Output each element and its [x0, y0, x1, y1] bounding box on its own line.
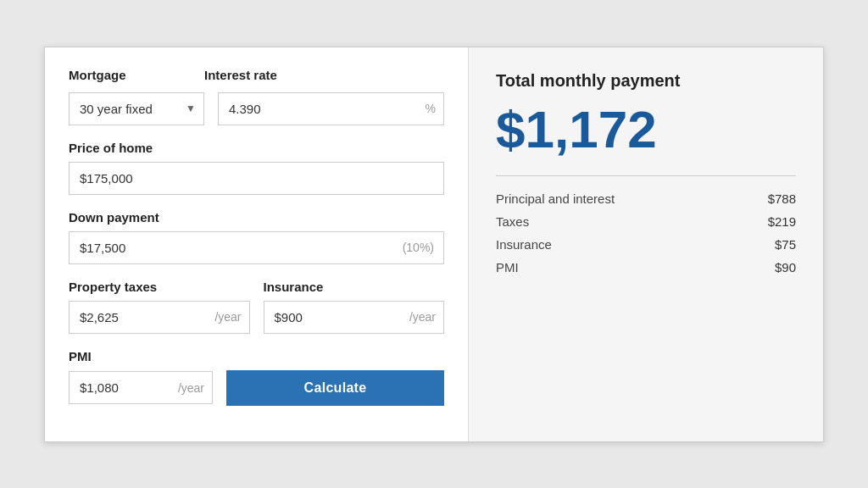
breakdown-value: $788	[768, 191, 796, 206]
breakdown-row: Principal and interest$788	[496, 191, 796, 206]
price-group: Price of home	[69, 141, 444, 195]
breakdown-label: Principal and interest	[496, 191, 615, 206]
taxes-label: Property taxes	[69, 280, 250, 294]
pmi-input-inner: /year	[69, 371, 213, 404]
interest-label: Interest rate	[204, 68, 444, 82]
insurance-label: Insurance	[264, 280, 445, 294]
down-payment-input[interactable]	[69, 231, 444, 264]
insurance-input-wrapper: /year	[264, 301, 445, 334]
down-payment-wrapper: (10%)	[69, 231, 444, 264]
pmi-label: PMI	[69, 349, 444, 363]
pmi-input[interactable]	[69, 371, 213, 404]
pmi-input-wrapper: /year	[69, 371, 213, 404]
insurance-col: Insurance /year	[264, 280, 445, 334]
mortgage-label: Mortgage	[69, 68, 204, 82]
breakdown-value: $90	[775, 260, 796, 274]
breakdown-label: PMI	[496, 260, 519, 274]
divider	[496, 175, 796, 176]
insurance-input[interactable]	[264, 301, 445, 334]
taxes-insurance-group: Property taxes /year Insurance /year	[69, 280, 444, 334]
total-amount: $1,172	[496, 101, 796, 158]
breakdown-row: Taxes$219	[496, 214, 796, 229]
right-panel: Total monthly payment $1,172 Principal a…	[469, 47, 823, 441]
taxes-input[interactable]	[69, 301, 250, 334]
down-payment-label: Down payment	[69, 210, 444, 225]
breakdown-row: Insurance$75	[496, 237, 796, 252]
mortgage-select[interactable]: 30 year fixed 15 year fixed 5/1 ARM	[69, 92, 204, 125]
breakdown-label: Taxes	[496, 214, 529, 229]
breakdown-row: PMI$90	[496, 260, 796, 274]
pmi-group: PMI /year Calculate	[69, 349, 444, 406]
price-input[interactable]	[69, 162, 444, 195]
breakdown-label: Insurance	[496, 237, 552, 252]
down-payment-group: Down payment (10%)	[69, 210, 444, 264]
breakdown-value: $219	[768, 214, 796, 229]
taxes-input-wrapper: /year	[69, 301, 250, 334]
interest-rate-wrapper: %	[218, 92, 444, 125]
interest-rate-input[interactable]	[218, 92, 444, 125]
calculator-container: Mortgage Interest rate 30 year fixed 15 …	[44, 47, 824, 442]
mortgage-interest-group: Mortgage Interest rate 30 year fixed 15 …	[69, 68, 444, 125]
pmi-calculate-row: /year Calculate	[69, 370, 444, 406]
breakdown-list: Principal and interest$788Taxes$219Insur…	[496, 191, 796, 274]
total-label: Total monthly payment	[496, 71, 796, 91]
mortgage-select-wrapper: 30 year fixed 15 year fixed 5/1 ARM ▼	[69, 92, 204, 125]
breakdown-value: $75	[775, 237, 796, 252]
calculate-button[interactable]: Calculate	[226, 370, 444, 406]
taxes-col: Property taxes /year	[69, 280, 250, 334]
left-panel: Mortgage Interest rate 30 year fixed 15 …	[45, 47, 469, 441]
price-label: Price of home	[69, 141, 444, 155]
